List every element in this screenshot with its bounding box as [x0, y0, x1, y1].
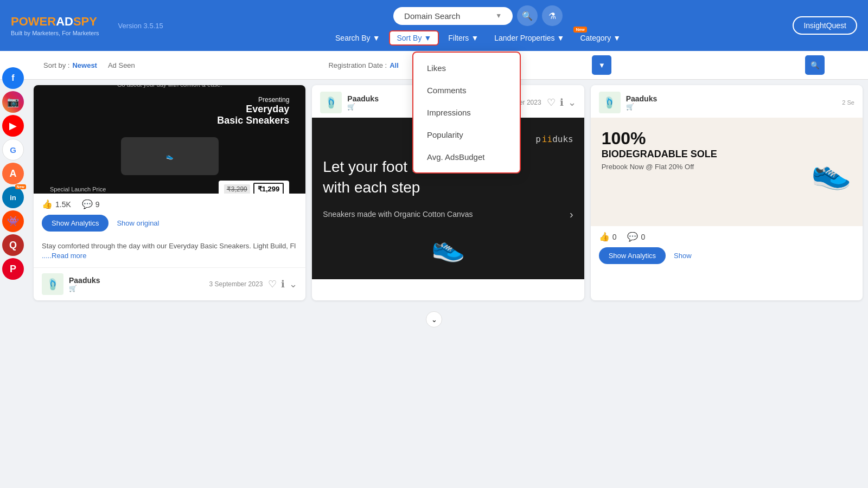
heart-button-bottom[interactable]: ♡ [268, 278, 277, 290]
info-button-bottom[interactable]: ℹ [281, 278, 285, 290]
sneaker-2-image: 👟 [431, 232, 465, 263]
sort-option-likes[interactable]: Likes [413, 57, 520, 79]
biodeg-percent: 100% [602, 129, 717, 149]
likes-count-3: 0 [612, 233, 617, 241]
ad-card-3-stats: 👍 0 💬 0 [591, 226, 863, 247]
biodeg-title: BIODEGRADABLE SOLE [602, 149, 717, 160]
ad-card-1-description: Stay comforted through the day with our … [34, 237, 305, 267]
filter-button[interactable]: ▼ [592, 55, 611, 75]
domain-search-button[interactable]: Domain Search ▼ [393, 7, 513, 25]
logo-power: POWER [11, 15, 56, 28]
breathe-subtext-label: Sneakers made with Organic Cotton Canvas [323, 210, 473, 219]
search-results-button[interactable]: 🔍 [805, 55, 825, 75]
info-button-2[interactable]: ℹ [560, 97, 564, 108]
nav-bar: Search By ▼ Sort By ▼ Filters ▼ Lander P… [329, 30, 627, 46]
special-launch-text: Special Launch Price [50, 186, 106, 192]
insight-quest-button[interactable]: InsightQuest [793, 16, 857, 35]
ad-date-bottom: 3 September 2023 [209, 280, 263, 288]
card-1-bottom-brand: 🩴 Paaduks 🛒 3 September 2023 ♡ ℹ ⌄ [34, 267, 305, 300]
nav-category[interactable]: New Category ▼ [573, 31, 627, 45]
price-row: Special Launch Price ₹3,299 ₹1,299 [42, 181, 297, 194]
social-sidebar: f 📷 ▶ G A New in 👾 Q P [0, 65, 26, 282]
linkedin-icon: in [10, 194, 16, 202]
comments-stat: 💬 9 [82, 199, 100, 209]
linkedin-button[interactable]: New in [2, 187, 24, 208]
comments-count: 9 [95, 200, 100, 209]
show-original-button-1[interactable]: Show original [117, 219, 159, 227]
nav-filters[interactable]: Filters ▼ [442, 31, 485, 45]
sort-by-value: Newest [72, 61, 97, 69]
comfort-text: Go about your day with comfort & ease. [42, 85, 297, 88]
expand-button-bottom[interactable]: ⌄ [289, 278, 297, 290]
chevron-category-icon: ▼ [613, 34, 621, 42]
quora-icon: Q [9, 240, 17, 251]
google-button[interactable]: G [2, 139, 24, 160]
breathe-subtext: Sneakers made with Organic Cotton Canvas… [323, 208, 573, 221]
reddit-button[interactable]: 👾 [2, 210, 24, 232]
basic-sneakers-text: Basic Sneakers [50, 115, 289, 126]
ad-card-3: 🩴 Paaduks 🛒 2 Se 100% BIODEGRADABLE SOLE… [591, 85, 863, 300]
sort-dropdown: Likes Comments Impressions Popularity Av… [412, 52, 521, 174]
show-original-button-3[interactable]: Show [674, 252, 692, 260]
description-text: Stay comforted through the day with our … [42, 242, 296, 250]
reg-date-label: Registration Date : [328, 61, 387, 69]
new-badge: New [573, 27, 586, 33]
instagram-button[interactable]: 📷 [2, 91, 24, 113]
search-icon: 🔍 [522, 11, 533, 21]
chevron-lander-icon: ▼ [557, 34, 565, 42]
sort-option-impressions[interactable]: Impressions [413, 101, 520, 124]
nav-lander-properties[interactable]: Lander Properties ▼ [488, 31, 571, 45]
header-actions-2: ♡ ℹ ⌄ [547, 97, 576, 108]
filter-clear-icon: ⚗ [548, 11, 556, 21]
filter-clear-button[interactable]: ⚗ [542, 5, 563, 26]
comment-icon: 💬 [82, 199, 93, 209]
expand-button-2[interactable]: ⌄ [568, 97, 576, 108]
show-analytics-button-3[interactable]: Show Analytics [599, 247, 666, 264]
header-actions-bottom: ♡ ℹ ⌄ [268, 278, 297, 290]
likes-stat: 👍 1.5K [42, 199, 71, 209]
price-old: ₹3,299 [224, 184, 250, 194]
breathe-headline-end: with each step [323, 179, 420, 196]
brand-logo-bottom: 🩴 [42, 273, 63, 295]
sort-option-popularity[interactable]: Popularity [413, 124, 520, 146]
quora-button[interactable]: Q [2, 234, 24, 256]
ad-card-1: Go about your day with comfort & ease. P… [34, 85, 305, 300]
sort-option-avg-adsbudget[interactable]: Avg. AdsBudget [413, 146, 520, 168]
thumbs-up-icon-3: 👍 [599, 232, 610, 242]
pinterest-icon: P [10, 264, 16, 275]
domain-search-label: Domain Search [404, 11, 460, 21]
sort-option-comments[interactable]: Comments [413, 79, 520, 101]
ad-seen-indicator: Ad Seen [108, 61, 135, 69]
search-button[interactable]: 🔍 [517, 5, 538, 26]
read-more-link[interactable]: .....Read more [42, 252, 86, 260]
logo-spy: SPY [73, 15, 97, 28]
scroll-down-button[interactable]: ⌄ [426, 311, 442, 328]
heart-button-2[interactable]: ♡ [547, 97, 556, 108]
google-icon: G [10, 145, 16, 155]
logo-subtitle: Built by Marketers, For Marketers [11, 30, 99, 36]
facebook-button[interactable]: f [2, 67, 24, 89]
chevron-down-icon: ⌄ [431, 316, 437, 324]
scroll-down-wrapper: ⌄ [0, 306, 868, 333]
youtube-icon: ▶ [9, 120, 17, 132]
ahrefs-button[interactable]: A [2, 163, 24, 184]
brand-name-3: Paaduks [626, 94, 837, 103]
sneaker-3-image: 👟 [811, 153, 852, 191]
facebook-icon: f [11, 73, 14, 83]
nav-sort-by[interactable]: Sort By ▼ [389, 30, 439, 46]
version-text: Version 3.5.15 [118, 22, 163, 30]
brand-info-3: Paaduks 🛒 [626, 94, 837, 111]
youtube-button[interactable]: ▶ [2, 115, 24, 137]
reg-date-value: All [390, 61, 399, 69]
nav-search-by[interactable]: Search By ▼ [329, 31, 386, 45]
brand-info-bottom: Paaduks 🛒 [69, 276, 204, 292]
show-analytics-button-1[interactable]: Show Analytics [42, 215, 108, 232]
biodeg-subtext: Prebook Now @ Flat 20% Off [602, 163, 717, 171]
brand-logo-3: 🩴 [599, 92, 621, 113]
biodeg-ad-image: 100% BIODEGRADABLE SOLE Prebook Now @ Fl… [591, 118, 863, 226]
likes-stat-3: 👍 0 [599, 232, 617, 242]
pinterest-button[interactable]: P [2, 258, 24, 280]
biodeg-overlay-text: 100% BIODEGRADABLE SOLE Prebook Now @ Fl… [602, 129, 717, 171]
breathe-headline-start: Let your foot [323, 158, 411, 175]
reddit-icon: 👾 [7, 215, 19, 227]
